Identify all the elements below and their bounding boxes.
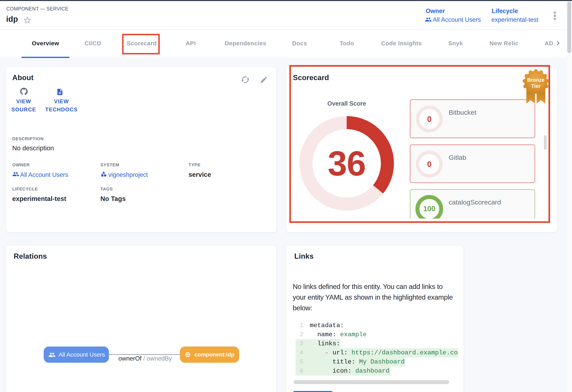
- svg-text:Bronze: Bronze: [527, 77, 544, 83]
- svg-text:Tier: Tier: [531, 83, 540, 89]
